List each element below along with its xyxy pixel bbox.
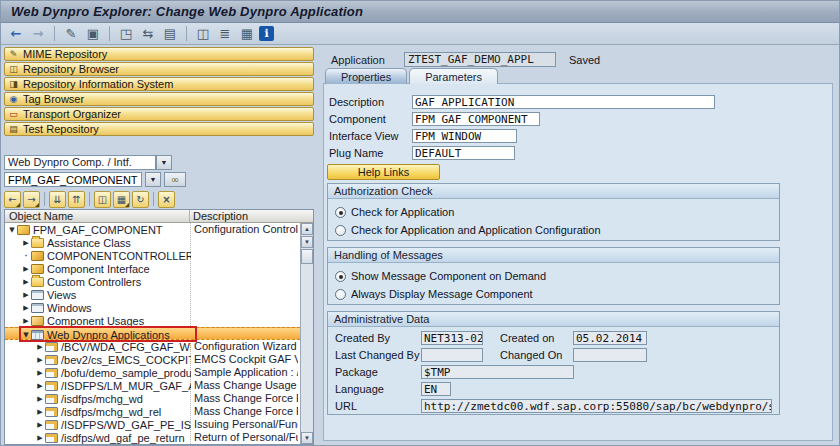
nav-forward-icon[interactable]: → xyxy=(23,191,40,208)
tree-row-fpm-gaf-component[interactable]: ▼FPM_GAF_COMPONENTConfiguration Controll… xyxy=(5,223,300,236)
object-category-select[interactable]: Web Dynpro Comp. / Intf. ▼ xyxy=(4,155,172,170)
collapse-arrow-icon[interactable]: ▼ xyxy=(7,226,17,234)
navigate-icon[interactable]: ⇆ xyxy=(138,25,158,43)
column-description: Description xyxy=(190,210,313,222)
radio-button-icon[interactable] xyxy=(335,207,346,218)
tree-row-isdfps-wd-gaf-pe-return[interactable]: ▶/isdfps/wd_gaf_pe_returnReturn of Perso… xyxy=(5,431,300,444)
tree-row-isdfps-mchg-wd[interactable]: ▶/isdfps/mchg_wdMass Change Force Elemen… xyxy=(5,392,300,405)
changed-on-field[interactable] xyxy=(573,348,647,362)
tree-row-windows[interactable]: ▶Windows xyxy=(5,301,300,314)
worklist-icon[interactable]: ≣ xyxy=(215,25,235,43)
url-field[interactable]: http://zmetdc00.wdf.sap.corp:55080/sap/b… xyxy=(421,399,772,413)
component-field[interactable]: FPM_GAF_COMPONENT xyxy=(412,112,540,126)
radio-show-message-component-on-demand[interactable]: Show Message Component on Demand xyxy=(335,267,772,285)
object-name-input[interactable] xyxy=(4,172,142,187)
info-icon[interactable]: ℹ xyxy=(259,26,274,41)
tree-row-views[interactable]: ▶Views xyxy=(5,288,300,301)
expand-arrow-icon[interactable]: ▶ xyxy=(21,239,31,247)
close-icon[interactable]: × xyxy=(158,191,175,208)
created-on-field[interactable]: 05.02.2014 xyxy=(573,331,647,345)
history-dropdown-icon[interactable]: ▼ xyxy=(145,172,161,187)
sidebar-button-repository-browser[interactable]: ◫Repository Browser xyxy=(4,62,314,76)
collapse-all-icon[interactable]: ⇈ xyxy=(68,191,85,208)
tree-row-assistance-class[interactable]: ▶Assistance Class xyxy=(5,236,300,249)
scroll-down-icon[interactable]: ▼ xyxy=(301,236,313,248)
dropdown-corner-icon[interactable] xyxy=(35,203,39,207)
radio-check-for-application[interactable]: Check for Application xyxy=(335,203,772,221)
display-change-icon[interactable]: ✎ xyxy=(61,25,81,43)
back-icon[interactable]: ← xyxy=(6,25,26,43)
tree-row-isdfps-lm-mur-gaf-app[interactable]: ▶/ISDFPS/LM_MUR_GAF_APPMass Change Usage… xyxy=(5,379,300,392)
language-field[interactable]: EN xyxy=(421,382,451,396)
tree-row-web-dynpro-applications[interactable]: ▼Web Dynpro Applications xyxy=(5,327,300,340)
radio-check-for-application-and-application-configuration[interactable]: Check for Application and Application Co… xyxy=(335,221,772,239)
copy-icon[interactable]: ▣ xyxy=(83,25,103,43)
tree-row-isdfps-wd-gaf-pe-issue[interactable]: ▶/ISDFPS/WD_GAF_PE_ISSUEIssuing Personal… xyxy=(5,418,300,431)
expand-arrow-icon[interactable]: ▶ xyxy=(35,395,45,403)
table-view-icon[interactable]: ▦ xyxy=(237,25,257,43)
tree-row-isdfps-mchg-wd-rel[interactable]: ▶/isdfps/mchg_wd_relMass Change Force El… xyxy=(5,405,300,418)
expand-arrow-icon[interactable]: ▶ xyxy=(35,434,45,442)
expand-all-icon[interactable]: ⇊ xyxy=(49,191,66,208)
expand-arrow-icon[interactable]: ▶ xyxy=(35,408,45,416)
expand-arrow-icon[interactable]: ▶ xyxy=(35,343,45,351)
plug-name-field[interactable]: DEFAULT xyxy=(412,146,515,160)
nav-back-icon[interactable]: ← xyxy=(4,191,21,208)
refresh-icon[interactable]: ↻ xyxy=(132,191,149,208)
radio-button-icon[interactable] xyxy=(335,225,346,236)
last-changed-by-field[interactable] xyxy=(421,348,483,362)
sidebar-button-test-repository[interactable]: ▤Test Repository xyxy=(4,122,314,136)
syntax-check-icon[interactable]: ◳ xyxy=(116,25,136,43)
tree-row-bofu-demo-sample-product[interactable]: ▶/bofu/demo_sample_productSample Applica… xyxy=(5,366,300,379)
tree-node-name: ▶/isdfps/wd_gaf_pe_return xyxy=(5,431,191,444)
package-field[interactable]: $TMP xyxy=(421,365,574,379)
tree-row-bev2-cs-emcs-cockpit-gaf[interactable]: ▶/bev2/cs_EMCS_COCKPIT_GAFEMCS Cockpit G… xyxy=(5,353,300,366)
forward-icon[interactable]: → xyxy=(28,25,48,43)
help-links-button[interactable]: Help Links xyxy=(327,164,440,180)
collapse-arrow-icon[interactable]: ▼ xyxy=(21,331,31,339)
tree-row-componentcontroller[interactable]: ·COMPONENTCONTROLLER xyxy=(5,249,300,262)
app-icon xyxy=(45,394,58,404)
description-field[interactable]: GAF APPLICATION xyxy=(412,95,715,109)
expand-arrow-icon[interactable]: ▶ xyxy=(21,304,31,312)
scroll-up-icon[interactable]: ▲ xyxy=(301,223,313,235)
field-label: Created By xyxy=(335,332,421,344)
tree-row-component-usages[interactable]: ▶Component Usages xyxy=(5,314,300,327)
chevron-down-icon[interactable]: ▼ xyxy=(156,155,172,170)
object-category-value[interactable]: Web Dynpro Comp. / Intf. xyxy=(4,155,156,170)
created-by-field[interactable]: NET313-02 xyxy=(421,331,483,345)
expand-arrow-icon[interactable]: ▶ xyxy=(21,291,31,299)
display-object-icon[interactable]: ∞ xyxy=(164,172,186,187)
where-used-icon[interactable]: ◫ xyxy=(193,25,213,43)
tree-scrollbar[interactable]: ▲ ▼ ▼ xyxy=(300,223,313,444)
display-options-icon[interactable]: ▦ xyxy=(113,191,130,208)
sidebar-button-tag-browser[interactable]: ◉Tag Browser xyxy=(4,92,314,106)
test-icon[interactable]: ▤ xyxy=(160,25,180,43)
application-name-field[interactable] xyxy=(404,52,556,67)
expand-arrow-icon[interactable]: ▶ xyxy=(21,278,31,286)
expand-arrow-icon[interactable]: ▶ xyxy=(35,356,45,364)
sidebar-button-mime-repository[interactable]: ✎MIME Repository xyxy=(4,47,314,61)
tab-parameters[interactable]: Parameters xyxy=(409,68,498,84)
tree-row-bcv-wda-cfg-gaf-wizard[interactable]: ▶/BCV/WDA_CFG_GAF_WIZARDConfiguration Wi… xyxy=(5,340,300,353)
sidebar-button-repository-information-system[interactable]: ◨Repository Information System xyxy=(4,77,314,91)
dropdown-corner-icon[interactable] xyxy=(16,203,20,207)
where-used-icon[interactable]: ◫ xyxy=(94,191,111,208)
tree-row-custom-controllers[interactable]: ▶Custom Controllers xyxy=(5,275,300,288)
expand-arrow-icon[interactable]: ▶ xyxy=(21,265,31,273)
leaf-dot-icon[interactable]: · xyxy=(21,253,31,259)
expand-arrow-icon[interactable]: ▶ xyxy=(35,382,45,390)
radio-always-display-message-component[interactable]: Always Display Message Component xyxy=(335,285,772,303)
expand-arrow-icon[interactable]: ▶ xyxy=(35,369,45,377)
tree-row-component-interface[interactable]: ▶Component Interface xyxy=(5,262,300,275)
expand-arrow-icon[interactable]: ▶ xyxy=(35,421,45,429)
expand-arrow-icon[interactable]: ▶ xyxy=(21,317,31,325)
tab-properties[interactable]: Properties xyxy=(325,68,407,84)
interface-view-field[interactable]: FPM_WINDOW xyxy=(412,129,517,143)
dropdown-corner-icon[interactable] xyxy=(125,203,129,207)
scroll-bottom-icon[interactable]: ▼ xyxy=(301,432,313,444)
radio-button-icon[interactable] xyxy=(335,289,346,300)
scrollbar-thumb[interactable] xyxy=(301,249,313,264)
sidebar-button-transport-organizer[interactable]: ▭Transport Organizer xyxy=(4,107,314,121)
radio-button-icon[interactable] xyxy=(335,271,346,282)
